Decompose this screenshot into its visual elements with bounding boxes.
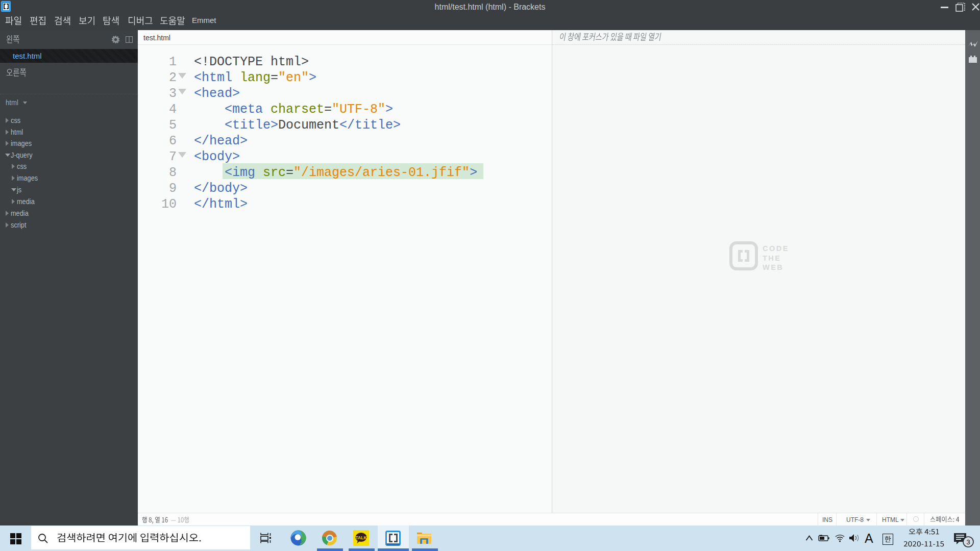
svg-text:3: 3 (966, 538, 970, 546)
svg-text:TALK: TALK (355, 535, 367, 540)
